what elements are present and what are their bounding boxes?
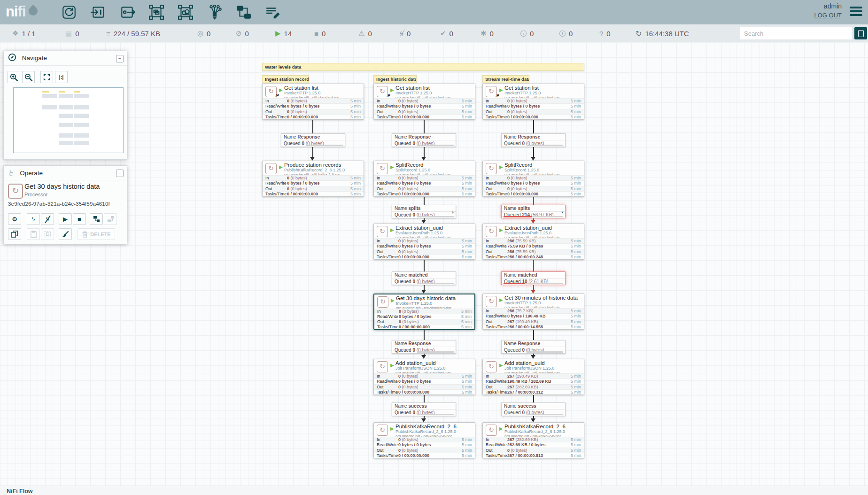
- stat-label: Out: [486, 319, 507, 324]
- stat-window: 5 min: [571, 249, 581, 254]
- flow-label[interactable]: Ingest station records: [262, 75, 309, 83]
- stat-row: In0 (0 bytes)5 min: [374, 98, 475, 103]
- processor-card[interactable]: ↻▶SplitRecordSplitRecord 1.25.0org.apach…: [373, 161, 475, 197]
- processor-name: Extract station_uuid: [504, 225, 560, 231]
- connection-label[interactable]: Name ResponseQueued 0 (0 bytes): [392, 340, 456, 354]
- processor-card[interactable]: ↻▶Produce station recordsPublishKafkaRec…: [262, 161, 364, 197]
- stat-row: Read/Write0 bytes / 0 bytes5 min: [374, 314, 474, 319]
- processor-card[interactable]: ↻▶SplitRecordSplitRecord 1.25.0org.apach…: [482, 161, 584, 197]
- template-tool-icon[interactable]: [236, 4, 252, 20]
- stop-button[interactable]: ■: [73, 213, 86, 225]
- breadcrumb[interactable]: NiFi Flow: [7, 488, 33, 495]
- stat-row: In0 (0 bytes)5 min: [483, 98, 584, 103]
- zoom-in-button[interactable]: [8, 71, 20, 83]
- stat-value: 0 / 00:00:00.000: [507, 192, 538, 196]
- start-button[interactable]: ▶: [59, 213, 72, 225]
- label-tool-icon[interactable]: [265, 4, 281, 20]
- minimap[interactable]: [13, 87, 124, 153]
- refresh-icon[interactable]: ↻: [636, 29, 642, 38]
- processor-card[interactable]: ↻▶Extract station_uuidEvaluateJsonPath 1…: [373, 224, 475, 260]
- processor-stats: In0 (0 bytes)5 minRead/Write0 bytes / 0 …: [374, 238, 475, 259]
- connection-label[interactable]: Name splitsQueued 0 (0 bytes)◑: [392, 205, 456, 218]
- collapse-navigate-button[interactable]: −: [116, 55, 124, 62]
- zoom-out-button[interactable]: [22, 71, 35, 83]
- stat-window: 5 min: [571, 244, 581, 248]
- stat-label: In: [377, 309, 399, 314]
- collapse-operate-button[interactable]: −: [116, 170, 124, 177]
- processor-stats: In0 (0 bytes)5 minRead/Write0 bytes / 0 …: [374, 437, 475, 458]
- stat-value: 267 / 00:00:00.312: [507, 390, 543, 394]
- processor-name: PublishKafkaRecord_2_6: [504, 424, 566, 429]
- processor-type: InvokeHTTP 1.25.0: [504, 301, 578, 305]
- list-icon: ≡: [106, 30, 110, 38]
- processor-name: Get station list: [504, 85, 560, 91]
- processor-tool-icon[interactable]: [61, 4, 77, 20]
- connection-label[interactable]: Name matchedQueued 0 (0 bytes): [392, 271, 456, 285]
- connection-label[interactable]: Name ResponseQueued 0 (0 bytes): [392, 133, 456, 147]
- stat-value: 267 / 00:00:00.813: [507, 453, 543, 458]
- connection-label[interactable]: Name ResponseQueued 0 (0 bytes): [501, 340, 566, 354]
- input-port-tool-icon[interactable]: [90, 4, 106, 20]
- stat-value: 0 bytes / 190.49 KB: [507, 314, 546, 318]
- active-threads-status: ▦0: [65, 24, 79, 42]
- connection-name: Name success: [392, 403, 456, 410]
- stat-row: Out0 (0 bytes)5 min: [374, 384, 475, 389]
- zoom-fit-button[interactable]: [40, 71, 53, 83]
- logout-link[interactable]: LOG OUT: [814, 12, 842, 19]
- processor-card[interactable]: ↻▶Add station_uuidJoltTransformJSON 1.25…: [482, 359, 584, 395]
- stat-value: 0 (0 bytes): [507, 448, 527, 453]
- connection-label[interactable]: Name splitsQueued 214 (56.97 KB)◑: [501, 205, 566, 218]
- connection-label[interactable]: Name ResponseQueued 0 (0 bytes): [501, 133, 566, 147]
- global-menu-button[interactable]: [850, 7, 862, 18]
- processor-card[interactable]: ↻P▶Get station listInvokeHTTP 1.25.0org.…: [262, 84, 364, 120]
- processor-name: Produce station records: [284, 162, 345, 168]
- copy-button[interactable]: [8, 228, 21, 240]
- processor-card[interactable]: ↻▶Extract station_uuidEvaluateJsonPath 1…: [482, 224, 584, 260]
- processor-card[interactable]: ↻P▶Get station listInvokeHTTP 1.25.0org.…: [482, 84, 584, 120]
- connection-label[interactable]: Name successQueued 0 (0 bytes): [392, 402, 456, 416]
- processor-type: InvokeHTTP 1.25.0: [396, 301, 456, 306]
- stat-row: Out0 (0 bytes)5 min: [374, 186, 475, 191]
- configure-button[interactable]: ⚙: [8, 213, 21, 225]
- flow-canvas[interactable]: Navigate − |:| ☞ Operate −: [0, 42, 868, 486]
- processor-stats: In267 (282.69 KB)5 minRead/Write282.69 K…: [483, 437, 584, 458]
- color-button[interactable]: [59, 228, 72, 240]
- stat-label: Out: [265, 186, 287, 191]
- stat-value: 0 bytes / 0 bytes: [398, 442, 431, 447]
- processor-card[interactable]: ↻▶PublishKafkaRecord_2_6PublishKafkaReco…: [482, 422, 584, 458]
- flow-label[interactable]: Stream real-time data: [482, 75, 529, 83]
- output-port-tool-icon[interactable]: [119, 4, 135, 20]
- stat-value: 267 (282.69 KB): [507, 385, 538, 389]
- processor-card[interactable]: ↻▶Add station_uuidJoltTransformJSON 1.25…: [373, 359, 475, 395]
- stat-row: In267 (282.69 KB)5 min: [483, 437, 584, 442]
- processor-type: InvokeHTTP 1.25.0: [504, 91, 560, 95]
- funnel-tool-icon[interactable]: [207, 4, 223, 20]
- processor-card[interactable]: ↻▶Get 30 days historic dataInvokeHTTP 1.…: [373, 294, 475, 330]
- stat-window: 5 min: [350, 104, 361, 108]
- search-input[interactable]: [740, 27, 852, 39]
- processor-icon: ↻: [8, 184, 23, 199]
- flow-label[interactable]: Water levels data: [262, 63, 584, 71]
- processor-name: SplitRecord: [395, 162, 451, 168]
- disable-button[interactable]: ϟ: [41, 213, 54, 225]
- process-group-tool-icon[interactable]: [148, 4, 164, 20]
- connection-label[interactable]: Name matchedQueued 10 (2.61 KB): [501, 271, 566, 285]
- panel-toggle-button[interactable]: [854, 27, 867, 39]
- processor-stats: In286 (75.59 KB)5 minRead/Write75.59 KB …: [483, 238, 584, 259]
- zoom-actual-button[interactable]: |:|: [55, 71, 68, 83]
- processor-card[interactable]: ↻P▶Get station listInvokeHTTP 1.25.0org.…: [373, 84, 475, 120]
- processor-card[interactable]: ↻▶PublishKafkaRecord_2_6PublishKafkaReco…: [373, 422, 475, 458]
- flow-label[interactable]: Ingest historic data: [373, 75, 417, 83]
- connection-arrow-icon: [421, 220, 426, 224]
- enable-button[interactable]: ϟ: [27, 213, 40, 225]
- connection-arrow-icon: [531, 157, 535, 161]
- stat-value: 0 (0 bytes): [507, 109, 527, 114]
- running-status-icon: ▶: [499, 87, 503, 93]
- processor-card[interactable]: ↻▶Get 30 minutes of historic dataInvokeH…: [482, 294, 584, 330]
- status-value: 0: [368, 30, 372, 38]
- remote-process-group-tool-icon[interactable]: [178, 4, 194, 20]
- no-transmit-icon: ⊘: [236, 29, 242, 38]
- version-control-button[interactable]: [90, 213, 103, 225]
- connection-label[interactable]: Name ResponseQueued 0 (0 bytes): [281, 133, 345, 147]
- connection-label[interactable]: Name successQueued 0 (0 bytes): [501, 402, 566, 416]
